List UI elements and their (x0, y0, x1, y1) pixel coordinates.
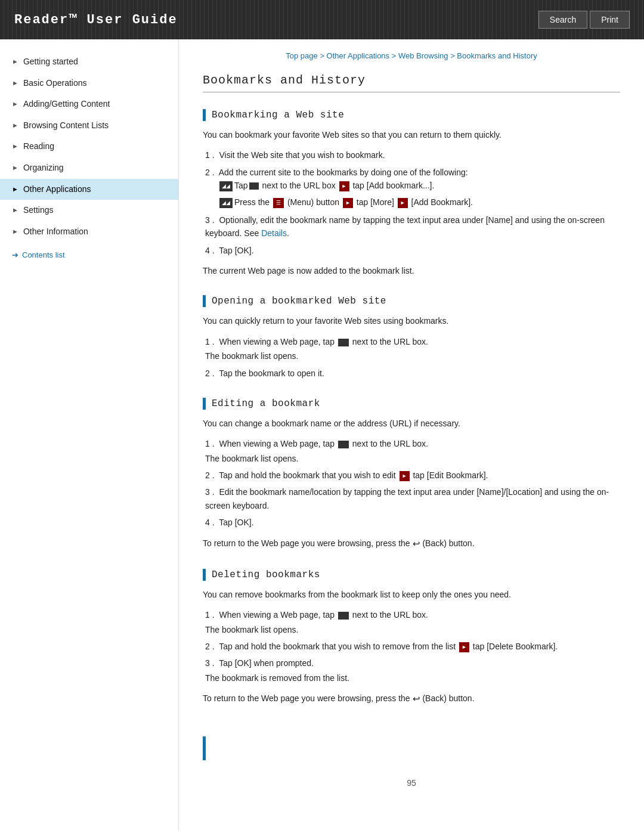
arrow-icon: ► (12, 57, 18, 66)
section-bar-icon (203, 109, 206, 121)
step1-sub-deleting: The bookmark list opens. (205, 623, 620, 636)
bottom-section-bar (203, 724, 620, 760)
tap-icon-5 (338, 612, 349, 620)
step-item: 4 . Tap [OK]. (203, 516, 620, 529)
arrow-icon: ► (12, 100, 18, 109)
arrow-icon: ► (12, 121, 18, 130)
back-icon-2: ↩ (413, 694, 420, 704)
sidebar-item-label: Other Information (23, 226, 88, 238)
print-button[interactable]: Print (590, 11, 630, 29)
back-note-editing: To return to the Web page you were brows… (203, 537, 620, 551)
breadcrumb-web-browsing[interactable]: Web Browsing (398, 51, 448, 60)
step-item: 1 . When viewing a Web page, tap next to… (203, 335, 620, 363)
page-number: 95 (203, 778, 620, 788)
section-deleting: Deleting bookmarks You can remove bookma… (203, 569, 620, 707)
step-list-editing: 1 . When viewing a Web page, tap next to… (203, 437, 620, 529)
tap-icon-2: ◢◢ (219, 198, 233, 208)
breadcrumb-sep1: > (318, 51, 327, 60)
step-sub-1: ◢◢Tap next to the URL box ► tap [Add boo… (205, 179, 620, 193)
step-item: 3 . Tap [OK] when prompted. The bookmark… (203, 657, 620, 685)
sidebar-item-label: Other Applications (23, 184, 91, 196)
section-opening: Opening a bookmarked Web site You can qu… (203, 295, 620, 380)
tap-icon: ◢◢ (219, 181, 233, 191)
sidebar-item-label: Getting started (23, 56, 78, 68)
step-item: 1 . Visit the Web site that you wish to … (203, 148, 620, 162)
sidebar-item-organizing[interactable]: ► Organizing (0, 157, 178, 179)
sidebar-item-other-information[interactable]: ► Other Information (0, 221, 178, 243)
step3-sub-deleting: The bookmark is removed from the list. (205, 671, 620, 685)
details-link[interactable]: Details (261, 228, 287, 238)
breadcrumb-top[interactable]: Top page (286, 51, 318, 60)
breadcrumb-other-apps[interactable]: Other Applications (327, 51, 390, 60)
back-icon: ↩ (413, 538, 420, 549)
step1-sub-editing: The bookmark list opens. (205, 452, 620, 465)
section-title-opening: Opening a bookmarked Web site (203, 295, 620, 307)
arrow-icon: ► (12, 142, 18, 151)
section-note-bookmarking: The current Web page is now added to the… (203, 264, 620, 277)
section-bar-icon (203, 295, 206, 307)
step-item: 3 . Edit the bookmark name/location by t… (203, 485, 620, 512)
step-item: 2 . Add the current site to the bookmark… (203, 166, 620, 210)
page-title: Bookmarks and History (203, 73, 620, 92)
contents-link-label: Contents list (22, 250, 65, 259)
sidebar-item-label: Adding/Getting Content (23, 98, 110, 110)
section-bar-icon (203, 398, 206, 410)
sidebar-item-label: Basic Operations (23, 78, 87, 89)
section-title-text: Deleting bookmarks (212, 569, 320, 580)
sidebar-item-adding-content[interactable]: ► Adding/Getting Content (0, 94, 178, 115)
breadcrumb-sep3: > (448, 51, 457, 60)
bottom-bar-icon (203, 736, 206, 760)
breadcrumb: Top page > Other Applications > Web Brow… (203, 51, 620, 60)
breadcrumb-current: Bookmarks and History (457, 51, 537, 60)
arrow-small-icon-2: ► (343, 198, 353, 208)
arrow-icon: ► (12, 79, 18, 88)
header: Reader™ User Guide Search Print (0, 0, 644, 39)
step-item: 4 . Tap [OK]. (203, 244, 620, 257)
sidebar-item-label: Organizing (23, 162, 64, 174)
section-intro-bookmarking: You can bookmark your favorite Web sites… (203, 128, 620, 141)
search-button[interactable]: Search (538, 11, 587, 29)
arrow-edit-icon: ► (400, 471, 410, 481)
back-note-deleting: To return to the Web page you were brows… (203, 692, 620, 706)
step1-sub-opening: The bookmark list opens. (205, 349, 620, 363)
arrow-small-icon: ► (339, 181, 349, 191)
step-item: 3 . Optionally, edit the bookmark name b… (203, 213, 620, 240)
section-title-deleting: Deleting bookmarks (203, 569, 620, 581)
section-bookmarking: Bookmarking a Web site You can bookmark … (203, 109, 620, 277)
app-title: Reader™ User Guide (14, 13, 178, 27)
section-title-editing: Editing a bookmark (203, 398, 620, 410)
tap-icon-4 (338, 441, 349, 448)
section-title-text: Bookmarking a Web site (212, 110, 344, 120)
sidebar: ► Getting started ► Basic Operations ► A… (0, 39, 179, 831)
sidebar-item-browsing-content[interactable]: ► Browsing Content Lists (0, 115, 178, 137)
arrow-icon: ► (12, 227, 18, 236)
arrow-icon: ► (12, 185, 18, 194)
layout: ► Getting started ► Basic Operations ► A… (0, 39, 644, 831)
arrow-small-icon-3: ► (398, 198, 408, 208)
section-bar-icon (203, 569, 206, 581)
step-list-bookmarking: 1 . Visit the Web site that you wish to … (203, 148, 620, 257)
step-list-opening: 1 . When viewing a Web page, tap next to… (203, 335, 620, 380)
section-title-text: Opening a bookmarked Web site (212, 296, 386, 306)
section-intro-deleting: You can remove bookmarks from the bookma… (203, 588, 620, 601)
arrow-icon: ► (12, 206, 18, 215)
arrow-right-icon: ➔ (12, 250, 18, 259)
step-item: 1 . When viewing a Web page, tap next to… (203, 608, 620, 636)
sidebar-item-settings[interactable]: ► Settings (0, 200, 178, 221)
sidebar-item-reading[interactable]: ► Reading (0, 136, 178, 157)
arrow-icon: ► (12, 163, 18, 172)
section-intro-editing: You can change a bookmark name or the ad… (203, 417, 620, 430)
step-item: 2 . Tap the bookmark to open it. (203, 367, 620, 380)
contents-list-link[interactable]: ➔ Contents list (0, 242, 178, 264)
section-intro-opening: You can quickly return to your favorite … (203, 314, 620, 327)
step-item: 2 . Tap and hold the bookmark that you w… (203, 469, 620, 482)
step-item: 2 . Tap and hold the bookmark that you w… (203, 640, 620, 653)
main-content: Top page > Other Applications > Web Brow… (179, 39, 644, 831)
sidebar-item-basic-operations[interactable]: ► Basic Operations (0, 73, 178, 94)
sidebar-item-getting-started[interactable]: ► Getting started (0, 51, 178, 73)
step-sub-2: ◢◢Press the ☰ (Menu) button ► tap [More]… (205, 196, 620, 210)
tap-icon-3 (338, 339, 349, 346)
sidebar-item-other-applications[interactable]: ► Other Applications (0, 179, 178, 200)
step-list-deleting: 1 . When viewing a Web page, tap next to… (203, 608, 620, 685)
menu-icon: ☰ (273, 198, 284, 208)
